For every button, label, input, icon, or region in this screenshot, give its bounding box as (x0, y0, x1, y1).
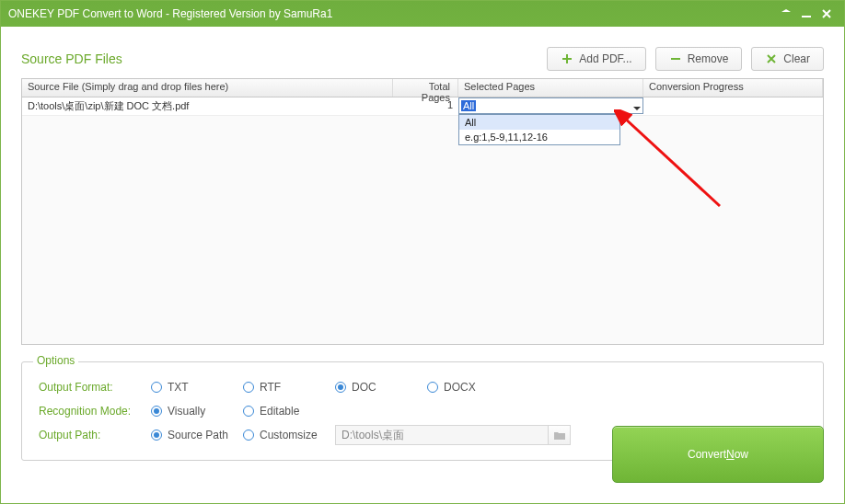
col-progress[interactable]: Conversion Progress (643, 79, 823, 97)
radio-source-path[interactable]: Source Path (151, 429, 243, 441)
selected-pages-dropdown: All e.g:1,5-9,11,12-16 (458, 114, 620, 145)
cell-total: 1 (393, 97, 458, 115)
dropdown-item-example[interactable]: e.g:1,5-9,11,12-16 (459, 130, 619, 144)
radio-doc[interactable]: DOC (335, 381, 427, 394)
app-window: ONEKEY PDF Convert to Word - Registered … (0, 0, 845, 504)
cell-source: D:\tools\桌面\zip\新建 DOC 文档.pdf (22, 97, 393, 115)
minimize-icon (802, 9, 811, 18)
table-header: Source File (Simply drag and drop files … (22, 79, 823, 97)
radio-editable[interactable]: Editable (243, 405, 335, 418)
radio-txt[interactable]: TXT (151, 381, 243, 394)
folder-icon (554, 430, 565, 440)
window-title: ONEKEY PDF Convert to Word - Registered … (8, 7, 776, 20)
clear-button[interactable]: Clear (751, 47, 824, 71)
svg-line-2 (623, 117, 720, 206)
browse-button[interactable] (549, 425, 571, 445)
radio-visually[interactable]: Visually (151, 405, 243, 418)
svg-rect-1 (671, 58, 680, 60)
titlebar: ONEKEY PDF Convert to Word - Registered … (1, 1, 844, 27)
radio-rtf[interactable]: RTF (243, 381, 335, 394)
recognition-row: Recognition Mode: Visually Editable (39, 399, 806, 423)
output-format-label: Output Format: (39, 381, 151, 394)
remove-label: Remove (688, 52, 729, 65)
annotation-arrow (614, 109, 724, 211)
minimize-button[interactable] (796, 6, 816, 22)
output-format-row: Output Format: TXT RTF DOC DOCX (39, 375, 806, 399)
col-total[interactable]: Total Pages (393, 79, 458, 97)
convert-label-pre: Convert (688, 448, 726, 461)
radio-docx[interactable]: DOCX (427, 381, 519, 394)
minus-icon (669, 52, 682, 65)
options-legend: Options (33, 354, 78, 367)
pin-icon (781, 9, 791, 18)
recognition-label: Recognition Mode: (39, 405, 151, 418)
source-pdf-label: Source PDF Files (21, 52, 538, 66)
dropdown-item-all[interactable]: All (459, 115, 619, 130)
selected-pages-value: All (461, 100, 476, 111)
convert-label-key: N (726, 448, 735, 461)
source-header-row: Source PDF Files Add PDF... Remove Clear (21, 47, 824, 71)
close-icon (822, 9, 831, 18)
add-pdf-button[interactable]: Add PDF... (547, 47, 645, 71)
output-path-label: Output Path: (39, 429, 151, 441)
convert-now-button[interactable]: Convert Now (612, 426, 824, 483)
content-area: Source PDF Files Add PDF... Remove Clear (1, 27, 844, 470)
radio-custom-path[interactable]: Customsize (243, 429, 335, 441)
custom-path-input[interactable]: D:\tools\桌面 (335, 425, 549, 445)
add-pdf-label: Add PDF... (579, 52, 631, 65)
pin-button[interactable] (776, 6, 796, 22)
col-selected[interactable]: Selected Pages (458, 79, 643, 97)
close-button[interactable] (816, 6, 837, 22)
col-source[interactable]: Source File (Simply drag and drop files … (22, 79, 393, 97)
convert-label-post: ow (735, 448, 748, 461)
plus-icon (561, 52, 573, 65)
svg-rect-0 (802, 16, 811, 17)
chevron-down-icon[interactable] (633, 102, 641, 109)
clear-label: Clear (783, 52, 810, 65)
remove-button[interactable]: Remove (655, 47, 743, 71)
x-icon (765, 52, 778, 65)
